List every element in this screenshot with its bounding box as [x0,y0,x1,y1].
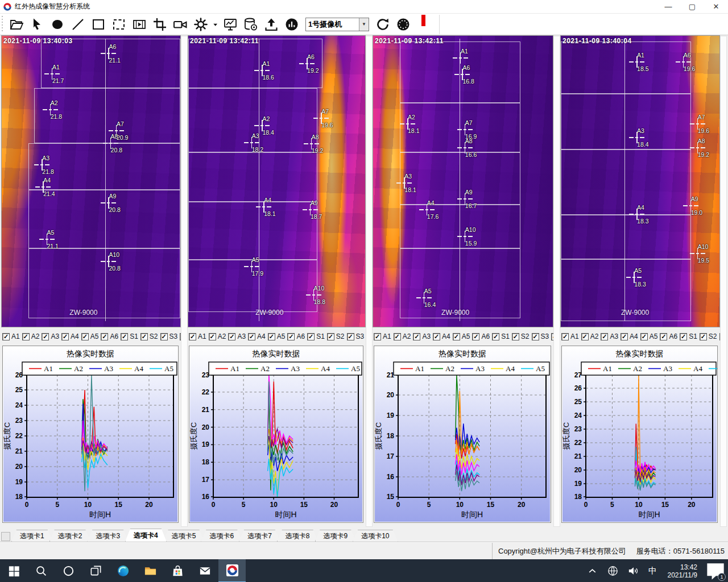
taskbar-app-thermal[interactable] [218,559,246,582]
series-checkbox-s2[interactable]: ✓S2 [700,332,717,340]
series-checkbox-a1[interactable]: ✓A1 [189,332,206,340]
tray-chevron-up-icon[interactable] [582,564,603,577]
task-view-icon[interactable] [82,559,109,582]
checkbox-checked-icon[interactable]: ✓ [228,333,235,340]
series-checkbox-a4[interactable]: ✓A4 [61,332,79,340]
refresh-icon[interactable] [373,15,393,34]
checkbox-checked-icon[interactable]: ✓ [209,333,216,340]
series-checkbox-a6[interactable]: ✓A6 [472,332,490,340]
store-icon[interactable] [164,559,191,582]
settings-gear-icon[interactable] [191,15,211,34]
cortana-icon[interactable] [55,559,82,582]
search-icon[interactable] [27,559,55,582]
series-checkbox-a3[interactable]: ✓A3 [601,332,618,340]
series-checkbox-a1[interactable]: ✓A1 [2,332,20,340]
checkbox-checked-icon[interactable]: ✓ [121,333,128,340]
checkbox-checked-icon[interactable]: ✓ [268,333,275,340]
cursor-icon[interactable] [27,15,47,34]
camera-select-arrow-icon[interactable]: ▼ [359,18,369,31]
checkbox-checked-icon[interactable]: ✓ [472,333,479,340]
chart-monitor-icon[interactable] [220,15,241,34]
checkbox-checked-icon[interactable]: ✓ [307,333,315,340]
checkbox-checked-icon[interactable]: ✓ [140,333,148,340]
checkbox-checked-icon[interactable]: ✓ [680,333,687,340]
checkbox-checked-icon[interactable]: ✓ [433,333,440,340]
checkbox-checked-icon[interactable]: ✓ [394,333,401,340]
checkbox-checked-icon[interactable]: ✓ [581,333,589,340]
series-checkbox-a4[interactable]: ✓A4 [621,332,638,340]
series-checkbox-s2[interactable]: ✓S2 [512,332,530,340]
action-center-icon[interactable]: 1 [703,559,728,582]
tab-4[interactable]: 选项卡4 [125,529,167,542]
checkbox-checked-icon[interactable]: ✓ [61,333,69,340]
checkbox-checked-icon[interactable]: ✓ [327,333,334,340]
series-checkbox-s3[interactable]: ✓S3 [160,332,178,340]
checkbox-checked-icon[interactable]: ✓ [492,333,499,340]
start-button[interactable] [0,559,27,582]
panel-scrollbar[interactable] [553,36,560,527]
camera-select[interactable]: 1号摄像机 ▼ [305,18,369,31]
ellipse-icon[interactable] [47,15,68,34]
series-checkbox-a6[interactable]: ✓A6 [287,332,305,340]
series-checkbox-a5[interactable]: ✓A5 [268,332,286,340]
series-checkbox-s2[interactable]: ✓S2 [140,332,158,340]
crop-icon[interactable] [150,15,170,34]
series-checkbox-a3[interactable]: ✓A3 [42,332,59,340]
network-globe-icon[interactable] [603,564,623,577]
tab-3[interactable]: 选项卡3 [87,530,129,542]
mail-icon[interactable] [191,559,218,582]
tab-10[interactable]: 选项卡10 [353,530,398,542]
ime-indicator[interactable]: 中 [644,566,662,576]
series-checkbox-a3[interactable]: ✓A3 [413,332,431,340]
database-settings-icon[interactable] [241,15,261,34]
tab-7[interactable]: 选项卡7 [239,530,280,542]
checkbox-checked-icon[interactable]: ✓ [621,333,628,340]
checkbox-checked-icon[interactable]: ✓ [287,333,295,340]
series-checkbox-a5[interactable]: ✓A5 [81,332,99,340]
series-checkbox-a2[interactable]: ✓A2 [209,332,226,340]
checkbox-checked-icon[interactable]: ✓ [81,333,89,340]
line-icon[interactable] [68,15,88,34]
thermal-image-4[interactable]: 2021-11-09 13:40:04ZW-9000A118.5A619.6A3… [560,35,720,327]
checkbox-checked-icon[interactable]: ✓ [42,333,49,340]
open-folder-icon[interactable] [6,15,27,34]
series-checkbox-a6[interactable]: ✓A6 [101,332,118,340]
file-explorer-icon[interactable] [136,559,164,582]
checkbox-checked-icon[interactable]: ✓ [413,333,420,340]
tab-scroll-button[interactable] [1,532,10,541]
video-frames-icon[interactable] [129,15,150,34]
dropdown-arrow-icon[interactable] [211,15,220,34]
checkbox-checked-icon[interactable]: ✓ [601,333,608,340]
checkbox-checked-icon[interactable]: ✓ [660,333,667,340]
upload-icon[interactable] [261,15,282,34]
tab-6[interactable]: 选项卡6 [201,530,242,542]
tab-8[interactable]: 选项卡8 [277,530,318,542]
volume-icon[interactable] [623,564,644,577]
checkbox-checked-icon[interactable]: ✓ [512,333,519,340]
stats-circle-icon[interactable] [282,15,302,34]
checkbox-checked-icon[interactable]: ✓ [347,333,354,340]
checkbox-checked-icon[interactable]: ✓ [22,333,30,340]
checkbox-checked-icon[interactable]: ✓ [2,333,10,340]
thermal-image-1[interactable]: 2021-11-09 13:40:03ZW-9000A121.7A221.8A3… [1,35,181,327]
checkbox-checked-icon[interactable]: ✓ [189,333,196,340]
series-checkbox-a5[interactable]: ✓A5 [453,332,470,340]
series-checkbox-a1[interactable]: ✓A1 [374,332,391,340]
checkbox-checked-icon[interactable]: ✓ [101,333,108,340]
checkbox-checked-icon[interactable]: ✓ [248,333,255,340]
series-checkbox-s1[interactable]: ✓S1 [121,332,138,340]
checkbox-checked-icon[interactable]: ✓ [561,333,569,340]
edge-icon[interactable] [109,559,136,582]
series-checkbox-a3[interactable]: ✓A3 [228,332,246,340]
selection-icon[interactable] [109,15,129,34]
checkbox-checked-icon[interactable]: ✓ [532,333,539,340]
tab-2[interactable]: 选项卡2 [49,530,91,542]
series-checkbox-s3[interactable]: ✓S3 [347,332,365,340]
series-checkbox-s1[interactable]: ✓S1 [307,332,325,340]
series-checkbox-a2[interactable]: ✓A2 [22,332,40,340]
rectangle-icon[interactable] [88,15,109,34]
series-checkbox-a4[interactable]: ✓A4 [248,332,266,340]
checkbox-checked-icon[interactable]: ✓ [640,333,648,340]
thermal-image-2[interactable]: 2021-11-09 13:42:11ZW-9000A118.6A619.2A2… [188,35,366,327]
series-checkbox-a4[interactable]: ✓A4 [433,332,450,340]
